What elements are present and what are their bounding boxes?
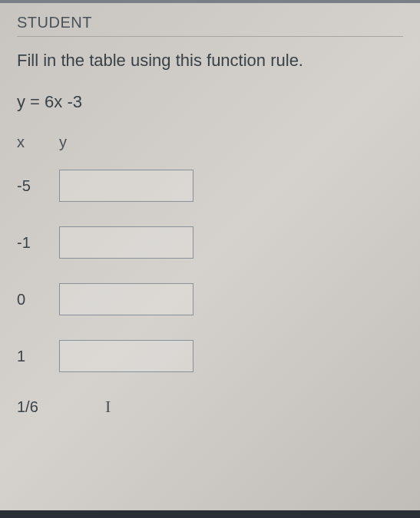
function-rule: y = 6x -3: [17, 92, 403, 112]
table-row: -5: [17, 170, 403, 202]
text-cursor-icon: I: [105, 397, 111, 417]
table-row: 0: [17, 283, 403, 315]
column-x-label: x: [17, 134, 59, 151]
table-row: -1: [17, 226, 403, 259]
y-input[interactable]: [59, 226, 193, 259]
table-row: 1: [17, 340, 403, 372]
column-y-label: y: [59, 134, 67, 151]
divider: [17, 36, 403, 37]
table-header: x y: [17, 134, 403, 151]
instruction-text: Fill in the table using this function ru…: [17, 51, 403, 71]
x-value: 1: [17, 348, 59, 365]
y-input[interactable]: [59, 170, 193, 202]
y-input[interactable]: [59, 340, 193, 372]
x-value: -5: [17, 177, 59, 195]
top-border: [0, 0, 420, 3]
table-row: 1/6 I: [17, 397, 403, 417]
x-value: 1/6: [17, 398, 59, 416]
x-value: 0: [17, 291, 59, 308]
x-value: -1: [17, 234, 59, 252]
bottom-border: [0, 510, 420, 518]
page-header: STUDENT: [17, 14, 403, 31]
y-input[interactable]: [59, 283, 193, 315]
main-content: STUDENT Fill in the table using this fun…: [0, 0, 420, 431]
